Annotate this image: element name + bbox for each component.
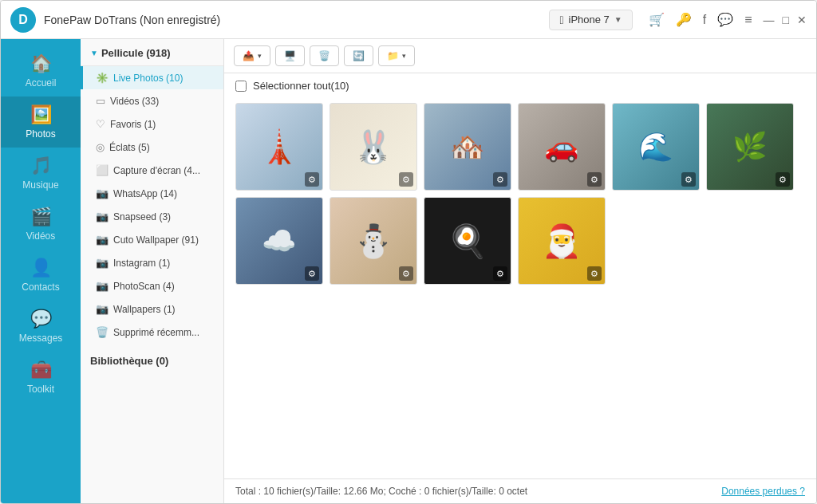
status-text: Total : 10 fichier(s)/Taille: 12.66 Mo; …	[235, 486, 527, 497]
pellicule-header[interactable]: ▼ Pellicule (918)	[81, 39, 223, 66]
cart-icon[interactable]: 🛒	[649, 12, 665, 27]
tree-item-wallpapers[interactable]: 📷 Wallpapers (1)	[81, 297, 223, 321]
capture-icon: ⬜	[96, 164, 109, 176]
main-layout: 🏠 Accueil 🖼️ Photos 🎵 Musique 🎬 Vidéos 👤…	[1, 39, 816, 503]
toolbar-actions: 🛒 🔑 f 💬 ≡	[649, 12, 752, 27]
snapseed-icon: 📷	[96, 211, 109, 222]
status-bar: Total : 10 fichier(s)/Taille: 12.66 Mo; …	[224, 478, 816, 503]
tree-item-eclats[interactable]: ◎ Éclats (5)	[81, 136, 223, 159]
photo-thumb[interactable]: ⚙	[518, 103, 606, 191]
content-area: 📤 ▾ 🖥️ 🗑️ 🔄 📁 ▾	[224, 39, 816, 503]
import-icon: 🖥️	[284, 50, 296, 61]
live-photo-indicator: ⚙	[681, 172, 696, 187]
refresh-button[interactable]: 🔄	[344, 45, 373, 66]
tree-item-label-cuto: Cuto Wallpaper (91)	[113, 234, 199, 246]
tree-item-label-eclats: Éclats (5)	[109, 142, 150, 153]
tree-item-label-videos: Vidéos (33)	[110, 96, 159, 107]
tree-item-live-photos[interactable]: ✳️ Live Photos (10)	[81, 66, 223, 89]
live-photo-indicator: ⚙	[493, 266, 507, 281]
sidebar-item-messages[interactable]: 💬 Messages	[1, 301, 81, 352]
folder-icon: 📁	[387, 50, 399, 61]
facebook-icon[interactable]: f	[703, 13, 706, 27]
videos-icon: ▭	[96, 95, 105, 107]
live-photo-indicator: ⚙	[776, 172, 790, 187]
photo-thumb[interactable]: ⚙	[424, 103, 511, 191]
tree-item-label-instagram: Instagram (1)	[113, 258, 170, 269]
sidebar-label-messages: Messages	[19, 333, 63, 344]
tree-item-label-photoscan: PhotoScan (4)	[113, 281, 175, 292]
photo-grid: ⚙ ⚙ ⚙ ⚙ ⚙ ⚙ ⚙	[224, 98, 816, 478]
photo-thumb[interactable]: ⚙	[424, 197, 511, 285]
photo-thumb[interactable]: ⚙	[235, 103, 323, 191]
tree-item-label-capture: Capture d'écran (4...	[113, 165, 200, 176]
live-photo-indicator: ⚙	[305, 172, 319, 187]
photo-thumb[interactable]: ⚙	[518, 197, 606, 285]
live-photo-indicator: ⚙	[587, 172, 602, 187]
tree-item-favoris[interactable]: ♡ Favoris (1)	[81, 112, 223, 136]
more-chevron-icon: ▾	[402, 52, 406, 60]
tree-panel: ▼ Pellicule (918) ✳️ Live Photos (10) ▭ …	[81, 39, 224, 503]
export-chevron-icon: ▾	[258, 52, 262, 60]
tree-item-videos[interactable]: ▭ Vidéos (33)	[81, 89, 223, 112]
live-photo-indicator: ⚙	[493, 172, 507, 187]
export-button[interactable]: 📤 ▾	[234, 45, 270, 66]
photo-thumb[interactable]: ⚙	[330, 197, 417, 285]
device-selector[interactable]:  iPhone 7 ▼	[549, 10, 632, 30]
tree-item-supprime[interactable]: 🗑️ Supprimé récemm...	[81, 321, 223, 344]
cuto-icon: 📷	[96, 234, 109, 246]
contacts-icon: 👤	[30, 258, 52, 278]
toolkit-icon: 🧰	[30, 360, 52, 380]
tree-item-photoscan[interactable]: 📷 PhotoScan (4)	[81, 274, 223, 297]
sidebar-label-photos: Photos	[26, 128, 55, 140]
sidebar: 🏠 Accueil 🖼️ Photos 🎵 Musique 🎬 Vidéos 👤…	[1, 39, 81, 503]
window-controls: — □ ✕	[764, 14, 807, 26]
maximize-button[interactable]: □	[783, 14, 789, 26]
toolbar: 📤 ▾ 🖥️ 🗑️ 🔄 📁 ▾	[224, 39, 816, 73]
photo-thumb[interactable]: ⚙	[330, 103, 417, 191]
tree-item-label-wallpapers: Wallpapers (1)	[113, 304, 176, 315]
sidebar-item-musique[interactable]: 🎵 Musique	[1, 148, 81, 199]
sidebar-item-photos[interactable]: 🖼️ Photos	[1, 96, 81, 148]
tree-item-label-supprime: Supprimé récemm...	[113, 327, 199, 338]
photo-thumb[interactable]: ⚙	[706, 103, 794, 191]
import-button[interactable]: 🖥️	[275, 45, 305, 66]
delete-button[interactable]: 🗑️	[310, 45, 339, 66]
sidebar-item-videos[interactable]: 🎬 Vidéos	[1, 199, 81, 250]
bibliotheque-header[interactable]: Bibliothèque (0)	[81, 347, 223, 373]
data-lost-link[interactable]: Données perdues ?	[721, 486, 805, 497]
tree-item-whatsapp[interactable]: 📷 WhatsApp (14)	[81, 182, 223, 205]
bibliotheque-label: Bibliothèque (0)	[90, 355, 168, 367]
more-button[interactable]: 📁 ▾	[378, 45, 415, 66]
live-photo-indicator: ⚙	[305, 266, 319, 281]
live-photo-indicator: ⚙	[399, 172, 413, 187]
tree-item-instagram[interactable]: 📷 Instagram (1)	[81, 251, 223, 274]
sidebar-item-contacts[interactable]: 👤 Contacts	[1, 250, 81, 301]
sidebar-item-accueil[interactable]: 🏠 Accueil	[1, 45, 81, 96]
tree-item-cuto[interactable]: 📷 Cuto Wallpaper (91)	[81, 228, 223, 251]
trash-icon: 🗑️	[96, 326, 109, 338]
close-button[interactable]: ✕	[797, 14, 807, 26]
photo-thumb[interactable]: ⚙	[612, 103, 700, 191]
favoris-icon: ♡	[96, 118, 105, 130]
menu-icon[interactable]: ≡	[744, 13, 752, 27]
tree-item-capture[interactable]: ⬜ Capture d'écran (4...	[81, 159, 223, 182]
app-title: FonePaw DoTrans (Non enregistré)	[44, 14, 549, 26]
sidebar-label-toolkit: Toolkit	[27, 384, 54, 395]
key-icon[interactable]: 🔑	[676, 12, 692, 27]
photo-thumb[interactable]: ⚙	[235, 197, 323, 285]
tree-item-label-favoris: Favoris (1)	[110, 119, 156, 130]
minimize-button[interactable]: —	[764, 14, 775, 26]
whatsapp-icon: 📷	[96, 187, 109, 199]
tree-item-snapseed[interactable]: 📷 Snapseed (3)	[81, 205, 223, 228]
select-all-checkbox[interactable]	[235, 81, 247, 92]
messages-icon: 💬	[30, 309, 52, 329]
live-photos-icon: ✳️	[96, 72, 109, 84]
sidebar-label-musique: Musique	[22, 179, 58, 191]
apple-icon: 	[559, 14, 563, 26]
sidebar-label-contacts: Contacts	[22, 282, 59, 293]
select-all-label: Sélectionner tout(10)	[253, 80, 349, 92]
chat-icon[interactable]: 💬	[717, 12, 733, 27]
eclats-icon: ◎	[96, 141, 105, 153]
sidebar-label-videos: Vidéos	[26, 230, 55, 242]
sidebar-item-toolkit[interactable]: 🧰 Toolkit	[1, 352, 81, 403]
